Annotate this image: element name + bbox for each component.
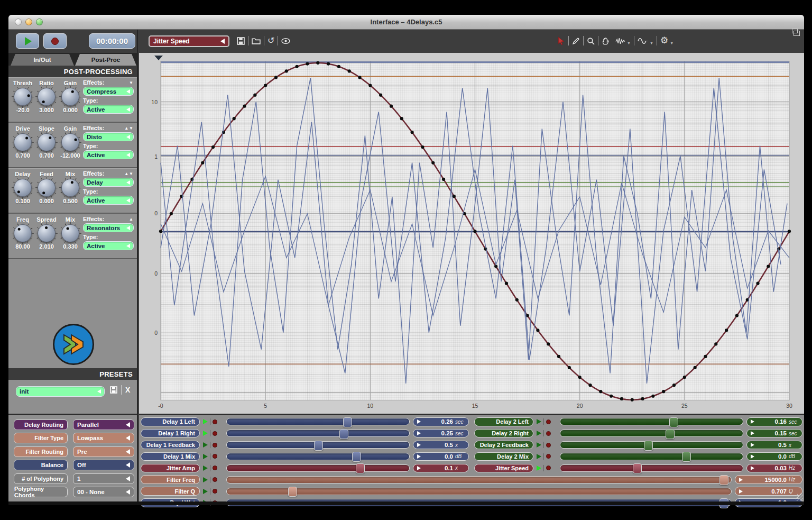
slider-handle[interactable] — [314, 441, 323, 451]
knob[interactable] — [14, 88, 32, 106]
record-arm-icon[interactable] — [213, 419, 217, 424]
play-button[interactable] — [16, 33, 39, 49]
play-arm-icon[interactable] — [537, 466, 541, 471]
record-arm-icon[interactable] — [213, 489, 217, 494]
routing-label-button[interactable]: Filter Routing — [14, 446, 68, 457]
routing-dropdown[interactable]: 00 - None — [73, 487, 134, 497]
slider-handle[interactable] — [339, 429, 348, 439]
value-box[interactable]: 0.0 dB — [413, 452, 469, 461]
slider-track[interactable] — [560, 418, 743, 425]
play-arm-icon[interactable] — [203, 442, 208, 448]
tab-post-proc[interactable]: Post-Proc — [75, 54, 136, 66]
routing-dropdown[interactable]: 1 — [73, 473, 134, 484]
routing-label-button[interactable]: Delay Routing — [14, 419, 68, 430]
routing-label-button[interactable]: Balance — [14, 460, 68, 470]
play-arm-icon[interactable] — [203, 454, 208, 459]
reorder-arrows[interactable]: ▲▼ — [124, 171, 134, 176]
play-arm-icon[interactable] — [203, 431, 208, 436]
record-arm-icon[interactable] — [546, 466, 551, 470]
slider-handle[interactable] — [288, 487, 297, 497]
cursor-icon[interactable] — [557, 37, 565, 45]
routing-label-button[interactable]: Polyphony Chords — [14, 487, 68, 497]
resize-grip[interactable] — [796, 494, 803, 501]
save-icon[interactable] — [237, 37, 245, 45]
play-arm-icon[interactable] — [537, 431, 541, 436]
type-dropdown[interactable]: Active — [83, 105, 134, 114]
reorder-arrows[interactable]: ▲▼ — [124, 126, 134, 131]
type-dropdown[interactable]: Active — [83, 150, 134, 159]
record-arm-icon[interactable] — [213, 477, 217, 482]
slider-track[interactable] — [560, 441, 743, 449]
preset-dropdown[interactable]: init — [16, 386, 105, 397]
knob[interactable] — [61, 88, 79, 106]
routing-dropdown[interactable]: Pre — [73, 446, 134, 457]
reorder-arrows[interactable]: ▼ — [129, 80, 134, 85]
slider-label-button[interactable]: Jitter Amp — [141, 464, 200, 473]
slider-handle[interactable] — [682, 452, 691, 462]
effect-dropdown[interactable]: Disto — [83, 132, 134, 141]
slider-label-button[interactable]: Jitter Speed — [474, 464, 533, 473]
undo-icon[interactable]: ↺ — [267, 36, 274, 45]
knob[interactable] — [61, 224, 79, 242]
slider-label-button[interactable]: Delay 1 Right — [141, 429, 200, 438]
slider-label-button[interactable]: Delay 1 Mix — [141, 452, 200, 461]
knob[interactable] — [14, 224, 32, 242]
type-dropdown[interactable]: Active — [83, 196, 134, 205]
value-box[interactable]: 0.25 sec — [413, 429, 469, 438]
record-arm-icon[interactable] — [546, 454, 551, 459]
record-arm-icon[interactable] — [546, 419, 551, 424]
effect-dropdown[interactable]: Delay — [83, 178, 134, 187]
slider-track[interactable] — [226, 488, 732, 495]
knob[interactable] — [14, 179, 32, 197]
record-button[interactable] — [43, 33, 67, 49]
value-box[interactable]: 0.15 sec — [746, 429, 802, 438]
eye-icon[interactable] — [281, 38, 290, 44]
play-arm-icon[interactable] — [203, 489, 208, 494]
value-box[interactable]: 0.5 x — [413, 441, 469, 450]
value-box[interactable]: 0.26 sec — [413, 417, 469, 426]
routing-dropdown[interactable]: Lowpass — [73, 433, 134, 443]
knob[interactable] — [14, 133, 32, 151]
folder-icon[interactable] — [252, 37, 261, 44]
knob[interactable] — [38, 224, 56, 242]
waveform-icon[interactable] — [615, 37, 625, 45]
effect-dropdown[interactable]: Compress — [83, 87, 134, 96]
parameter-selector-dropdown[interactable]: Jitter Speed — [149, 35, 229, 47]
slider-label-button[interactable]: Delay 2 Right — [474, 429, 533, 438]
play-arm-icon[interactable] — [203, 419, 208, 424]
knob[interactable] — [38, 133, 56, 151]
record-arm-icon[interactable] — [213, 466, 217, 470]
slider-track[interactable] — [560, 430, 743, 437]
slider-handle[interactable] — [719, 475, 728, 485]
sine-icon[interactable] — [638, 37, 648, 45]
slider-track[interactable] — [226, 418, 410, 425]
slider-track[interactable] — [560, 453, 743, 460]
play-arm-icon[interactable] — [537, 419, 541, 424]
slider-track[interactable] — [226, 441, 410, 449]
value-box[interactable]: 0.03 Hz — [746, 464, 802, 473]
slider-label-button[interactable]: Filter Q — [141, 487, 200, 496]
record-arm-icon[interactable] — [213, 443, 217, 448]
slider-track[interactable] — [226, 453, 410, 460]
value-box[interactable]: 0.0 dB — [746, 452, 802, 461]
play-arm-icon[interactable] — [537, 454, 541, 459]
slider-handle[interactable] — [633, 463, 642, 473]
slider-label-button[interactable]: Delay 1 Feedback — [141, 441, 200, 450]
pencil-icon[interactable] — [572, 37, 580, 45]
value-box[interactable]: 0.5 x — [746, 441, 802, 450]
tab-in-out[interactable]: In/Out — [11, 54, 74, 66]
zoom-icon[interactable] — [587, 37, 595, 45]
slider-label-button[interactable]: Delay 1 Left — [141, 417, 200, 426]
slider-label-button[interactable]: Delay 2 Left — [474, 417, 533, 426]
value-box[interactable]: 0.1 x — [413, 464, 469, 473]
slider-handle[interactable] — [356, 463, 365, 473]
routing-label-button[interactable]: Filter Type — [14, 433, 68, 443]
record-arm-icon[interactable] — [213, 431, 217, 436]
record-arm-icon[interactable] — [546, 431, 551, 436]
plot-position-marker[interactable] — [154, 56, 163, 60]
slider-track[interactable] — [226, 464, 410, 472]
routing-dropdown[interactable]: Parallel — [73, 419, 134, 430]
slider-track[interactable] — [226, 476, 732, 483]
slider-track[interactable] — [560, 464, 743, 472]
slider-track[interactable] — [226, 430, 410, 437]
